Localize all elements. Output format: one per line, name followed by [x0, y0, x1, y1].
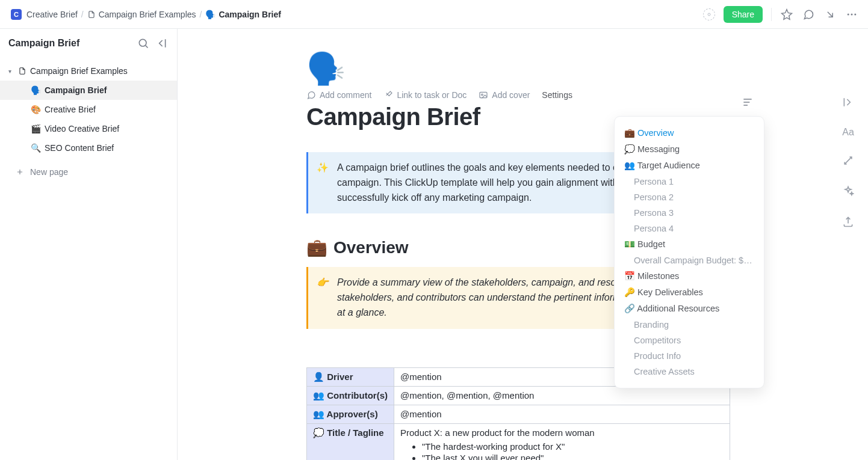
add-cover-button[interactable]: Add cover	[479, 90, 530, 100]
tree-item-label: SEO Content Brief	[45, 143, 114, 153]
toc-item-product-info[interactable]: Product Info	[624, 348, 754, 364]
table-row: 👥 Contributor(s) @mention, @mention, @me…	[307, 386, 730, 405]
toc-item-persona-4[interactable]: Persona 4	[624, 221, 754, 236]
svg-point-0	[708, 13, 710, 16]
add-cover-label: Add cover	[492, 90, 530, 100]
settings-button[interactable]: Settings	[542, 90, 572, 100]
more-icon[interactable]	[845, 8, 858, 21]
tree-item-emoji: 🎨	[30, 105, 41, 114]
tree-item-emoji: 🔍	[30, 143, 41, 153]
overview-heading-text: Overview	[333, 238, 409, 257]
caret-down-icon: ▾	[8, 68, 14, 75]
tree-item-emoji: 🗣️	[30, 85, 41, 95]
breadcrumb-mid-label: Campaign Brief Examples	[99, 10, 196, 19]
table-of-contents: 💼 Overview 💭 Messaging 👥 Target Audience…	[614, 116, 764, 388]
new-page-label: New page	[30, 167, 68, 177]
link-task-label: Link to task or Doc	[397, 90, 467, 100]
sidebar-search-icon[interactable]	[137, 37, 149, 49]
briefcase-icon: 💼	[306, 238, 327, 257]
breadcrumb: Creative Brief / Campaign Brief Examples…	[26, 10, 281, 19]
sidebar-title: Campaign Brief	[8, 38, 137, 49]
tree-item-campaign-brief[interactable]: 🗣️ Campaign Brief	[0, 81, 177, 100]
tree-item-label: Creative Brief	[45, 105, 96, 114]
doc-emoji[interactable]: 🗣️	[306, 53, 730, 84]
breadcrumb-current[interactable]: 🗣️ Campaign Brief	[205, 10, 281, 19]
toc-item-competitors[interactable]: Competitors	[624, 333, 754, 348]
table-row: 💭 Title / Tagline Product X: a new produ…	[307, 423, 730, 460]
svg-point-4	[139, 39, 146, 46]
breadcrumb-current-label: Campaign Brief	[219, 10, 281, 19]
toc-item-budget[interactable]: 💵 Budget	[624, 236, 754, 253]
approvers-label: 👥 Approver(s)	[307, 405, 394, 423]
plus-icon	[16, 168, 24, 176]
sparkle-icon: ✨	[317, 161, 329, 205]
main: 🗣️ Add comment Link to task or Doc Add c…	[178, 29, 868, 460]
arrow-down-right-icon[interactable]	[823, 8, 837, 21]
settings-label: Settings	[542, 90, 572, 100]
doc-icon	[18, 67, 26, 75]
add-comment-button[interactable]: Add comment	[306, 90, 371, 100]
svg-point-2	[851, 13, 853, 15]
toc-item-persona-3[interactable]: Persona 3	[624, 205, 754, 221]
sidebar-header: Campaign Brief	[0, 37, 177, 58]
toc-item-budget-amount[interactable]: Overall Campaign Budget: $3,…	[624, 253, 754, 268]
favorite-icon[interactable]	[780, 8, 793, 21]
comments-icon[interactable]	[802, 8, 815, 21]
sync-icon[interactable]	[703, 8, 715, 20]
tree-item-label: Campaign Brief	[45, 85, 107, 95]
toc-item-messaging[interactable]: 💭 Messaging	[624, 141, 754, 158]
add-comment-label: Add comment	[320, 90, 371, 100]
tagline-item: "The hardest-working product for X"	[422, 441, 724, 452]
tree-item-seo-brief[interactable]: 🔍 SEO Content Brief	[0, 138, 177, 158]
contributors-label: 👥 Contributor(s)	[307, 386, 394, 405]
breadcrumb-sep: /	[81, 10, 84, 19]
breadcrumb-root[interactable]: Creative Brief	[26, 10, 78, 19]
typography-icon[interactable]: Aa	[842, 127, 854, 138]
tree-root-label: Campaign Brief Examples	[30, 66, 128, 76]
doc-icon	[87, 10, 96, 19]
link-task-button[interactable]: Link to task or Doc	[383, 90, 467, 100]
toc-item-overview[interactable]: 💼 Overview	[624, 125, 754, 141]
sidebar-collapse-icon[interactable]	[155, 37, 167, 49]
workspace-badge[interactable]: C	[11, 9, 22, 20]
svg-point-6	[482, 94, 483, 96]
toc-item-persona-1[interactable]: Persona 1	[624, 174, 754, 189]
tree-item-video-brief[interactable]: 🎬 Video Creative Brief	[0, 119, 177, 138]
toc-toggle-icon[interactable]	[742, 96, 754, 108]
new-page-button[interactable]: New page	[0, 162, 177, 182]
topbar-right: Share	[703, 6, 858, 23]
breadcrumb-current-emoji: 🗣️	[205, 10, 215, 19]
title-tagline-value[interactable]: Product X: a new product for the modern …	[394, 423, 730, 460]
topbar: C Creative Brief / Campaign Brief Exampl…	[0, 0, 868, 29]
toc-item-deliverables[interactable]: 🔑 Key Deliverables	[624, 284, 754, 301]
collapse-right-icon[interactable]	[842, 96, 854, 110]
tree-item-creative-brief[interactable]: 🎨 Creative Brief	[0, 100, 177, 119]
export-icon[interactable]	[842, 216, 854, 230]
svg-point-1	[848, 13, 849, 15]
tree-root[interactable]: ▾ Campaign Brief Examples	[0, 61, 177, 81]
toc-item-persona-2[interactable]: Persona 2	[624, 189, 754, 205]
svg-point-3	[854, 13, 856, 15]
toc-item-creative-assets[interactable]: Creative Assets	[624, 364, 754, 379]
toc-item-milestones[interactable]: 📅 Milestones	[624, 268, 754, 284]
wand-icon[interactable]	[842, 155, 854, 168]
contributors-value[interactable]: @mention, @mention, @mention	[394, 386, 730, 405]
sparkles-icon[interactable]	[842, 185, 854, 199]
tagline-item: "The last X you will ever need"	[422, 453, 724, 460]
doc-actions: Add comment Link to task or Doc Add cove…	[306, 90, 730, 100]
toc-item-resources[interactable]: 🔗 Additional Resources	[624, 301, 754, 317]
toc-item-target-audience[interactable]: 👥 Target Audience	[624, 158, 754, 174]
toc-item-branding[interactable]: Branding	[624, 317, 754, 333]
title-tagline-label: 💭 Title / Tagline	[307, 423, 394, 460]
title-tagline-text: Product X: a new product for the modern …	[400, 428, 595, 438]
pointing-hand-icon: 👉	[317, 275, 329, 320]
divider	[771, 8, 772, 21]
sidebar: Campaign Brief ▾ Campaign Brief Examples…	[0, 29, 178, 460]
approvers-value[interactable]: @mention	[394, 405, 730, 423]
tree-item-emoji: 🎬	[30, 124, 41, 133]
share-button[interactable]: Share	[724, 6, 763, 23]
breadcrumb-sep: /	[200, 10, 202, 19]
breadcrumb-mid[interactable]: Campaign Brief Examples	[87, 10, 196, 19]
table-row: 👥 Approver(s) @mention	[307, 405, 730, 423]
tagline-list: "The hardest-working product for X" "The…	[422, 441, 724, 460]
